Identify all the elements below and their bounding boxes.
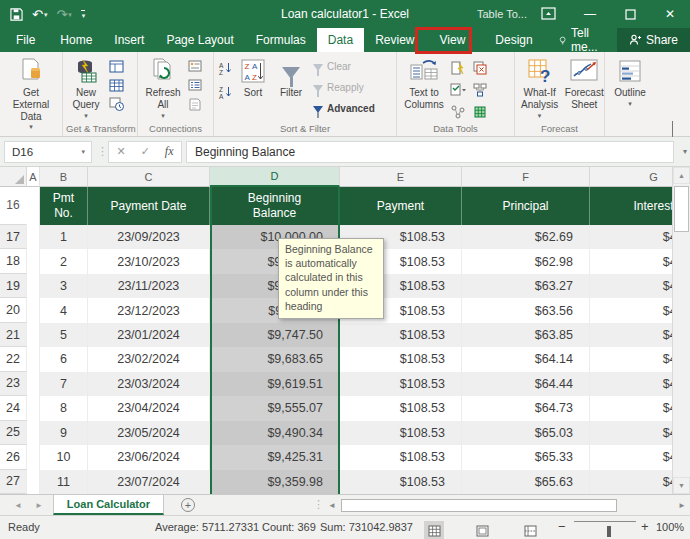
tab-formulas[interactable]: Formulas bbox=[245, 28, 317, 52]
zoom-level[interactable]: 100% bbox=[656, 521, 684, 533]
column-header-g[interactable]: G bbox=[590, 167, 672, 187]
reapply-filter-button[interactable]: Reapply bbox=[311, 80, 375, 96]
cell-a[interactable] bbox=[27, 274, 40, 298]
properties-icon[interactable] bbox=[187, 77, 203, 93]
cell-payment-date[interactable]: 23/01/2024 bbox=[88, 323, 210, 347]
cell-beginning-balance[interactable]: $9,425.31 bbox=[210, 445, 340, 469]
cell-principal[interactable]: $65.33 bbox=[462, 445, 590, 469]
refresh-all-button[interactable]: Refresh All ▾ bbox=[141, 54, 185, 120]
cell-interest[interactable]: $44.09 bbox=[590, 372, 672, 396]
cell-beginning-balance[interactable]: $9,747.50 bbox=[210, 323, 340, 347]
recent-sources-icon[interactable] bbox=[108, 96, 124, 112]
sheet-nav-right-icon[interactable]: ► bbox=[35, 501, 43, 510]
cell-pmt-no[interactable]: 8 bbox=[40, 396, 88, 420]
row-number[interactable]: 21 bbox=[0, 323, 27, 347]
select-all-corner[interactable] bbox=[0, 167, 27, 187]
cell-beginning-balance[interactable]: $9,359.98 bbox=[210, 470, 340, 494]
relationships-icon[interactable] bbox=[450, 104, 466, 120]
row-number[interactable]: 22 bbox=[0, 347, 27, 371]
tab-design[interactable]: Design bbox=[479, 28, 548, 52]
header-interest[interactable]: Interest bbox=[590, 187, 672, 225]
customize-qat-icon[interactable]: ▾ bbox=[81, 10, 86, 19]
row-number[interactable]: 27 bbox=[0, 470, 27, 494]
get-external-data-button[interactable]: Get External Data ▾ bbox=[3, 54, 59, 131]
cell-a[interactable] bbox=[27, 396, 40, 420]
cell-beginning-balance[interactable]: $9,490.34 bbox=[210, 421, 340, 445]
cell-pmt-no[interactable]: 7 bbox=[40, 372, 88, 396]
cell-pmt-no[interactable]: 6 bbox=[40, 347, 88, 371]
tab-insert[interactable]: Insert bbox=[103, 28, 155, 52]
zoom-slider[interactable] bbox=[574, 521, 636, 522]
show-queries-icon[interactable] bbox=[108, 58, 124, 74]
cell-payment-date[interactable]: 23/12/2023 bbox=[88, 298, 210, 322]
cell-principal[interactable]: $63.27 bbox=[462, 274, 590, 298]
ribbon-display-options-icon[interactable] bbox=[541, 6, 556, 21]
cell-pmt-no[interactable]: 5 bbox=[40, 323, 88, 347]
cell-interest[interactable]: $45.55 bbox=[590, 249, 672, 273]
tab-page-layout[interactable]: Page Layout bbox=[155, 28, 244, 52]
cell-payment-date[interactable]: 23/09/2023 bbox=[88, 225, 210, 249]
cell-a[interactable] bbox=[27, 225, 40, 249]
cell-payment[interactable]: $108.53 bbox=[340, 323, 462, 347]
undo-button[interactable]: ↶▾ bbox=[32, 8, 47, 21]
name-box[interactable]: D16 ▾ bbox=[4, 141, 92, 163]
header-beginning-balance-active-cell[interactable]: Beginning Balance bbox=[210, 187, 340, 225]
cell-principal[interactable]: $64.14 bbox=[462, 347, 590, 371]
sort-button[interactable]: ZAAZ Sort bbox=[235, 54, 271, 99]
cell-principal[interactable]: $64.73 bbox=[462, 396, 590, 420]
confirm-entry-icon[interactable]: ✓ bbox=[141, 145, 150, 158]
cell-payment[interactable]: $108.53 bbox=[340, 372, 462, 396]
horizontal-scroll-thumb[interactable] bbox=[341, 499, 617, 512]
cell-a[interactable] bbox=[27, 445, 40, 469]
cell-payment-date[interactable]: 23/06/2024 bbox=[88, 445, 210, 469]
scroll-right-icon[interactable]: ► bbox=[675, 501, 689, 510]
vertical-scrollbar[interactable]: ▲ ▼ bbox=[672, 167, 690, 494]
cell-payment[interactable]: $108.53 bbox=[340, 470, 462, 494]
cell-payment-date[interactable]: 23/10/2023 bbox=[88, 249, 210, 273]
cell-pmt-no[interactable]: 10 bbox=[40, 445, 88, 469]
header-payment-date[interactable]: Payment Date bbox=[88, 187, 210, 225]
cell-beginning-balance[interactable]: $9,619.51 bbox=[210, 372, 340, 396]
edit-links-icon[interactable] bbox=[187, 96, 203, 112]
row-number[interactable]: 17 bbox=[0, 225, 27, 249]
sheet-tab-loan-calculator[interactable]: Loan Calculator bbox=[53, 495, 164, 515]
cell-principal[interactable]: $62.98 bbox=[462, 249, 590, 273]
cell-payment-date[interactable]: 23/07/2024 bbox=[88, 470, 210, 494]
cell-interest[interactable]: $44.97 bbox=[590, 298, 672, 322]
tab-home[interactable]: Home bbox=[49, 28, 103, 52]
sort-za-icon[interactable]: ZA bbox=[217, 84, 233, 100]
cell-interest[interactable]: $43.50 bbox=[590, 421, 672, 445]
undo-dropdown-icon[interactable]: ▾ bbox=[44, 11, 48, 18]
collapse-ribbon-icon[interactable] bbox=[672, 122, 682, 132]
cell-a[interactable] bbox=[27, 421, 40, 445]
remove-duplicates-icon[interactable] bbox=[472, 60, 488, 76]
cell-payment-date[interactable]: 23/03/2024 bbox=[88, 372, 210, 396]
zoom-in-button[interactable]: + bbox=[641, 519, 649, 534]
cell-interest[interactable]: $44.68 bbox=[590, 323, 672, 347]
new-query-button[interactable]: New Query ▾ bbox=[66, 54, 106, 120]
vertical-scroll-thumb[interactable] bbox=[674, 186, 689, 232]
cell-interest[interactable]: $45.26 bbox=[590, 274, 672, 298]
outline-button[interactable]: Outline ▾ bbox=[608, 54, 652, 108]
normal-view-button[interactable] bbox=[424, 521, 444, 539]
cell-payment-date[interactable]: 23/04/2024 bbox=[88, 396, 210, 420]
cell-interest[interactable]: $45.84 bbox=[590, 225, 672, 249]
tab-scrollbar-divider[interactable]: ⋮ bbox=[313, 498, 324, 511]
cell-pmt-no[interactable]: 9 bbox=[40, 421, 88, 445]
column-header-e[interactable]: E bbox=[340, 167, 462, 187]
cell-interest[interactable]: $43.80 bbox=[590, 396, 672, 420]
row-number[interactable]: 23 bbox=[0, 372, 27, 396]
cell-payment-date[interactable]: 23/05/2024 bbox=[88, 421, 210, 445]
cell-a[interactable] bbox=[27, 323, 40, 347]
row-number[interactable]: 25 bbox=[0, 421, 27, 445]
cell-a[interactable] bbox=[27, 187, 40, 225]
share-button[interactable]: Share bbox=[617, 28, 690, 52]
header-principal[interactable]: Principal bbox=[462, 187, 590, 225]
zoom-out-button[interactable]: − bbox=[558, 519, 566, 534]
row-number[interactable]: 18 bbox=[0, 249, 27, 273]
column-header-c[interactable]: C bbox=[88, 167, 210, 187]
cell-a[interactable] bbox=[27, 372, 40, 396]
insert-function-icon[interactable]: fx bbox=[165, 144, 174, 159]
cell-interest[interactable]: $43.20 bbox=[590, 445, 672, 469]
cell-pmt-no[interactable]: 11 bbox=[40, 470, 88, 494]
